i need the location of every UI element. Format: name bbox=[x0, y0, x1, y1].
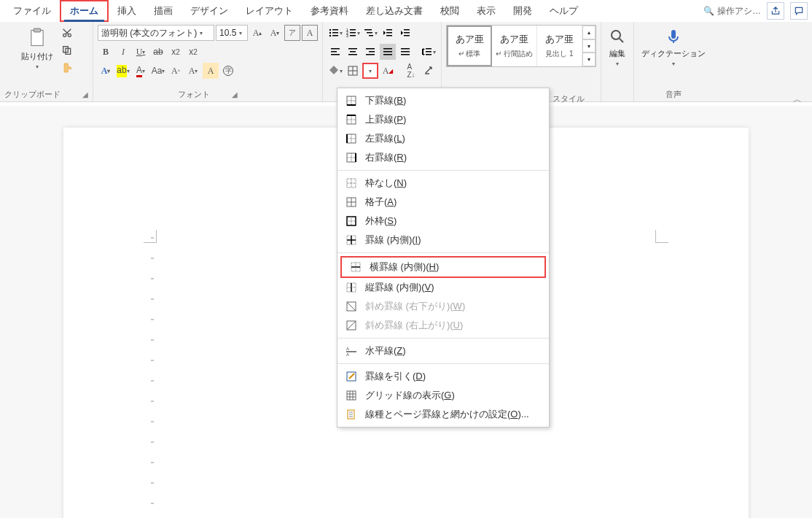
tab-design[interactable]: デザイン bbox=[181, 1, 237, 20]
border-menu-label: 罫線を引く(D) bbox=[365, 370, 426, 383]
font-dialog-launcher[interactable]: ◢ bbox=[232, 90, 238, 98]
show-marks-button[interactable] bbox=[421, 63, 437, 79]
group-font: 游明朝 (本文のフォント)▾ 10.5▾ A▴ A▾ ア A B I U▾ ab… bbox=[93, 22, 323, 101]
sort-button[interactable]: AZ↓ bbox=[403, 63, 419, 79]
phonetic-guide-button[interactable]: ア bbox=[284, 25, 300, 41]
subscript-button[interactable]: x2 bbox=[168, 44, 184, 60]
border-menu-top[interactable]: 上罫線(P) bbox=[337, 110, 549, 129]
underline-button[interactable]: U▾ bbox=[133, 44, 149, 60]
char-border-button[interactable]: A bbox=[302, 25, 318, 41]
clear-format-a-button[interactable]: A◢ bbox=[380, 63, 396, 79]
group-clipboard: 貼り付け ▾ クリップボード◢ bbox=[0, 22, 93, 101]
tab-review[interactable]: 校閲 bbox=[432, 1, 468, 20]
gallery-down-button[interactable]: ▾ bbox=[582, 39, 596, 53]
style-item-heading1[interactable]: あア亜 見出し 1 bbox=[537, 26, 582, 66]
dictation-button[interactable]: ディクテーション ▾ bbox=[639, 25, 708, 69]
svg-point-8 bbox=[329, 32, 331, 34]
align-center-button[interactable] bbox=[345, 44, 361, 60]
tab-view[interactable]: 表示 bbox=[468, 1, 504, 20]
svg-rect-38 bbox=[383, 54, 392, 55]
gallery-up-button[interactable]: ▴ bbox=[582, 26, 596, 39]
superscript-button[interactable]: x2 bbox=[185, 44, 201, 60]
dictation-group-label: 音声 bbox=[665, 89, 682, 100]
share-button[interactable] bbox=[767, 2, 784, 20]
decrease-indent-button[interactable] bbox=[380, 25, 396, 41]
border-menu-outside[interactable]: 外枠(S) bbox=[337, 212, 549, 231]
font-color-button[interactable]: A▾ bbox=[133, 63, 149, 79]
clipboard-group-label: クリップボード bbox=[4, 89, 60, 100]
clear-formatting-button[interactable]: A bbox=[203, 63, 219, 79]
tell-me-search[interactable]: 🔍 操作アシ… bbox=[703, 5, 761, 18]
highlight-button[interactable]: ab▾ bbox=[115, 63, 131, 79]
tab-help[interactable]: ヘルプ bbox=[541, 1, 587, 20]
distributed-button[interactable] bbox=[397, 44, 413, 60]
change-case-button[interactable]: A▾ bbox=[185, 63, 201, 79]
style-gallery[interactable]: あア亜 ↵ 標準 あア亜 ↵ 行間詰め あア亜 見出し 1 ▴ ▾ ▾ bbox=[446, 25, 596, 67]
tab-references[interactable]: 参考資料 bbox=[302, 1, 357, 20]
bullets-button[interactable]: ▾ bbox=[327, 25, 343, 41]
paste-button[interactable]: 貼り付け ▾ bbox=[18, 25, 56, 71]
gallery-more-button[interactable]: ▾ bbox=[582, 53, 596, 66]
borders-dropdown-button[interactable]: ▾ bbox=[362, 63, 378, 79]
border-settings-icon bbox=[345, 408, 358, 421]
tab-layout[interactable]: レイアウト bbox=[237, 1, 302, 20]
tab-insert[interactable]: 挿入 bbox=[109, 1, 145, 20]
border-menu-bottom[interactable]: 下罫線(B) bbox=[337, 91, 549, 110]
shrink-font-button[interactable]: A▾ bbox=[267, 25, 283, 41]
italic-button[interactable]: I bbox=[115, 44, 131, 60]
border-menu-inside-v[interactable]: 縦罫線 (内側)(V) bbox=[337, 278, 549, 297]
increase-indent-button[interactable] bbox=[397, 25, 413, 41]
border-menu-gridlines[interactable]: グリッド線の表示(G) bbox=[337, 386, 549, 405]
tab-home[interactable]: ホーム bbox=[60, 0, 109, 22]
copy-button[interactable] bbox=[59, 42, 75, 58]
tab-mailings[interactable]: 差し込み文書 bbox=[357, 1, 432, 20]
svg-rect-45 bbox=[426, 54, 432, 55]
border-menu-draw[interactable]: 罫線を引く(D) bbox=[337, 367, 549, 386]
collapse-ribbon-button[interactable]: ︿ bbox=[793, 93, 802, 106]
tab-developer[interactable]: 開発 bbox=[504, 1, 541, 20]
svg-rect-43 bbox=[426, 48, 432, 50]
text-effects-button[interactable]: A▾ bbox=[98, 63, 114, 79]
align-left-button[interactable] bbox=[327, 44, 343, 60]
bold-button[interactable]: B bbox=[98, 44, 114, 60]
border-menu-label: 外枠(S) bbox=[365, 214, 397, 228]
border-bottom-icon bbox=[345, 94, 358, 107]
border-menu-none[interactable]: 枠なし(N) bbox=[337, 174, 549, 193]
format-painter-button[interactable] bbox=[59, 60, 75, 76]
border-menu-settings[interactable]: 線種とページ罫線と網かけの設定(O)... bbox=[337, 405, 549, 424]
enclosed-char-button[interactable]: 字 bbox=[220, 63, 236, 79]
clipboard-dialog-launcher[interactable]: ◢ bbox=[82, 90, 88, 98]
font-size-combo[interactable]: 10.5▾ bbox=[216, 25, 248, 41]
enclose-char-button[interactable]: A^ bbox=[168, 63, 184, 79]
editing-button[interactable]: 編集 ▾ bbox=[606, 25, 629, 69]
border-menu-diag-up: 斜め罫線 (右上がり)(U) bbox=[337, 316, 549, 335]
align-right-button[interactable] bbox=[362, 44, 378, 60]
line-spacing-button[interactable]: ▾ bbox=[421, 44, 437, 60]
strikethrough-button[interactable]: ab bbox=[150, 44, 166, 60]
shading-button[interactable]: ▾ bbox=[327, 63, 343, 79]
group-dictation: ディクテーション ▾ 音声 bbox=[634, 22, 713, 101]
border-menu-inside-h[interactable]: 横罫線 (内側)(H) bbox=[340, 256, 546, 278]
tab-file[interactable]: ファイル bbox=[4, 1, 60, 20]
comments-button[interactable] bbox=[790, 2, 808, 20]
svg-rect-27 bbox=[331, 48, 340, 50]
border-grid-icon[interactable] bbox=[345, 63, 361, 79]
grow-font-button[interactable]: A▴ bbox=[249, 25, 265, 41]
border-menu-all[interactable]: 格子(A) bbox=[337, 193, 549, 212]
svg-rect-42 bbox=[422, 49, 423, 55]
border-hline-icon: AA bbox=[345, 344, 358, 357]
border-menu-hline[interactable]: AA水平線(Z) bbox=[337, 341, 549, 360]
multilevel-list-button[interactable]: ▾ bbox=[362, 25, 378, 41]
align-justify-button[interactable] bbox=[380, 44, 396, 60]
tab-draw[interactable]: 描画 bbox=[145, 1, 181, 20]
border-menu-right[interactable]: 右罫線(R) bbox=[337, 148, 549, 167]
border-menu-inside[interactable]: 罫線 (内側)(I) bbox=[337, 231, 549, 250]
style-item-normal[interactable]: あア亜 ↵ 標準 bbox=[447, 26, 492, 66]
font-name-combo[interactable]: 游明朝 (本文のフォント)▾ bbox=[98, 25, 214, 41]
svg-rect-19 bbox=[367, 32, 372, 34]
border-menu-left[interactable]: 左罫線(L) bbox=[337, 129, 549, 148]
char-shading-button[interactable]: Aa▾ bbox=[150, 63, 166, 79]
numbering-button[interactable]: 123▾ bbox=[345, 25, 361, 41]
cut-button[interactable] bbox=[59, 25, 75, 41]
style-item-nospacing[interactable]: あア亜 ↵ 行間詰め bbox=[492, 26, 537, 66]
